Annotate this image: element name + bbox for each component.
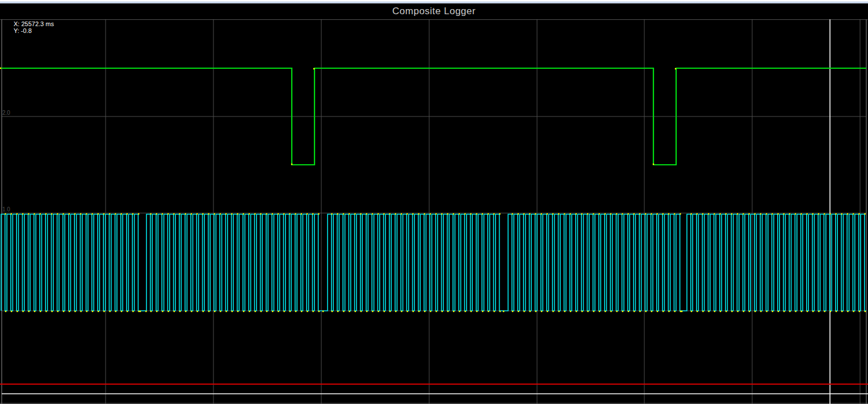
sample-marker <box>360 213 361 214</box>
sample-marker <box>349 311 350 312</box>
sample-marker <box>529 213 530 214</box>
sample-marker <box>16 311 18 312</box>
sample-marker <box>653 164 654 165</box>
sample-marker <box>412 213 413 214</box>
sample-marker <box>249 311 250 312</box>
sample-marker <box>564 213 565 214</box>
sample-marker <box>109 213 110 214</box>
sample-marker <box>581 311 582 312</box>
sample-marker <box>482 311 483 312</box>
sample-marker <box>518 311 519 312</box>
sample-marker <box>337 213 338 214</box>
sample-marker <box>196 213 198 214</box>
sample-marker <box>349 213 350 214</box>
sample-marker <box>540 213 542 214</box>
sample-marker <box>156 311 157 312</box>
sample-marker <box>331 213 332 214</box>
sample-marker <box>69 311 70 312</box>
sample-marker <box>132 311 133 312</box>
sample-marker <box>766 311 767 312</box>
sample-marker <box>675 68 676 69</box>
sample-marker <box>818 311 819 312</box>
sample-marker <box>243 311 244 312</box>
sample-marker <box>783 311 785 312</box>
sample-marker <box>220 213 221 214</box>
sample-marker <box>435 213 437 214</box>
sample-marker <box>503 311 504 312</box>
sample-marker <box>459 311 460 312</box>
sample-marker <box>639 311 640 312</box>
sample-marker <box>62 213 64 214</box>
sample-marker <box>616 311 617 312</box>
sample-marker <box>243 213 244 214</box>
sample-marker <box>378 311 379 312</box>
sample-marker <box>731 311 732 312</box>
sample-marker <box>355 311 356 312</box>
sample-marker <box>167 311 169 312</box>
sample-marker <box>853 311 854 312</box>
sample-marker <box>464 311 466 312</box>
sample-marker <box>214 213 215 214</box>
sample-marker <box>847 213 848 214</box>
sample-marker <box>535 311 536 312</box>
sample-marker <box>424 311 425 312</box>
sample-marker <box>295 213 296 214</box>
sample-marker <box>231 213 232 214</box>
sample-marker <box>459 213 460 214</box>
sample-marker <box>812 213 814 214</box>
sample-marker <box>86 213 87 214</box>
sample-marker <box>864 213 865 214</box>
sample-marker <box>145 311 146 312</box>
sample-marker <box>587 213 588 214</box>
sample-marker <box>191 213 192 214</box>
sample-marker <box>749 311 750 312</box>
sample-marker <box>680 311 681 312</box>
sample-marker <box>366 311 367 312</box>
sample-marker <box>254 213 255 214</box>
sample-marker <box>500 311 501 312</box>
sample-marker <box>841 311 842 312</box>
sample-marker <box>662 311 664 312</box>
sample-marker <box>318 213 319 214</box>
plot-area[interactable]: 2.01.0 <box>0 0 868 404</box>
sample-marker <box>179 213 180 214</box>
sample-marker <box>552 311 553 312</box>
sample-marker <box>384 311 385 312</box>
sample-marker <box>476 311 477 312</box>
sample-marker <box>57 311 58 312</box>
sample-marker <box>91 213 93 214</box>
sample-marker <box>74 213 76 214</box>
sample-marker <box>488 311 489 312</box>
sample-marker <box>771 213 773 214</box>
sample-marker <box>547 213 548 214</box>
sample-marker <box>74 311 76 312</box>
sample-marker <box>447 311 448 312</box>
sample-marker <box>11 311 12 312</box>
sample-marker <box>853 213 854 214</box>
sample-marker <box>558 311 559 312</box>
sample-marker <box>691 311 692 312</box>
sample-marker <box>0 68 1 69</box>
sample-marker <box>225 311 227 312</box>
sample-marker <box>150 311 152 312</box>
sample-marker <box>290 311 291 312</box>
sample-marker <box>598 213 599 214</box>
sample-marker <box>332 311 333 312</box>
sample-marker <box>63 311 64 312</box>
sample-marker <box>639 213 640 214</box>
title-bar: Composite Logger <box>0 3 868 19</box>
sample-marker <box>651 213 652 214</box>
sample-marker <box>11 213 12 214</box>
sample-marker <box>406 311 408 312</box>
sample-marker <box>406 213 408 214</box>
sample-marker <box>313 68 315 69</box>
sample-marker <box>395 311 396 312</box>
sample-marker <box>859 311 860 312</box>
sample-marker <box>836 311 837 312</box>
sample-marker <box>140 311 141 312</box>
sample-marker <box>283 213 284 214</box>
sample-marker <box>301 213 302 214</box>
sample-marker <box>760 311 761 312</box>
sample-marker <box>278 311 279 312</box>
sample-marker <box>634 311 635 312</box>
